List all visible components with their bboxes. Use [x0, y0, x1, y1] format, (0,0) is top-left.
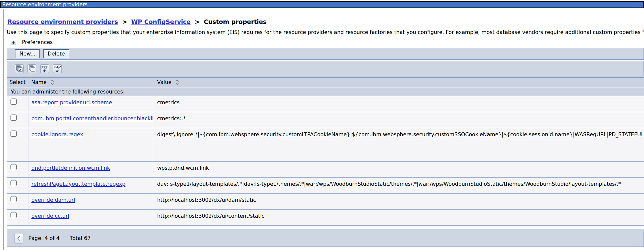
breadcrumb-separator: >	[122, 19, 127, 26]
row-checkbox[interactable]	[10, 164, 17, 170]
row-checkbox[interactable]	[10, 180, 17, 186]
column-header-value: Value	[153, 78, 644, 87]
property-value: dav:fs-type1/layout-templates/.*|dav:fs-…	[153, 178, 644, 193]
select-all-icon	[16, 65, 23, 72]
property-name-link[interactable]: dnd.portletdefinition.wcm.link	[32, 165, 110, 171]
table-row: override.dam.url http://localhost:3002/d…	[7, 194, 644, 210]
row-checkbox[interactable]	[10, 212, 17, 218]
property-value: digest\.ignore.*|${com.ibm.websphere.sec…	[153, 128, 644, 161]
clear-filter-icon	[54, 65, 61, 72]
property-name-link[interactable]: refreshPageLayout.template.regexp	[32, 181, 126, 187]
property-value: cmetrics:.*	[153, 112, 644, 128]
breadcrumb-link-wp-configservice[interactable]: WP ConfigService	[131, 19, 190, 26]
action-button-bar: New... Delete	[7, 48, 644, 60]
show-filter-button[interactable]	[40, 64, 49, 73]
name-cell: asa.report.provider.uri.scheme	[28, 96, 153, 112]
table-toolbar	[7, 61, 644, 76]
breadcrumb-current: Custom properties	[204, 19, 266, 26]
table-row: refreshPageLayout.template.regexp dav:fs…	[7, 178, 644, 194]
select-cell	[7, 162, 28, 177]
breadcrumb-separator: >	[195, 19, 200, 26]
select-cell	[7, 128, 28, 161]
select-all-button[interactable]	[15, 64, 24, 73]
select-cell	[7, 178, 28, 193]
select-cell	[7, 210, 28, 225]
sort-carets-icon[interactable]	[175, 79, 179, 85]
total-count: Total 67	[70, 235, 90, 241]
name-cell: com.ibm.portal.contenthandler.bouncer.bl…	[28, 112, 153, 128]
property-value: http://localhost:3002/dx/ui/content/stat…	[153, 210, 644, 225]
page-content: Resource environment providers > WP Conf…	[7, 18, 644, 247]
column-header-select: Select	[7, 78, 28, 87]
table-row: cookie.ignore.regex digest\.ignore.*|${c…	[7, 128, 644, 162]
table-caption: You can administer the following resourc…	[7, 87, 644, 96]
table-row: com.ibm.portal.contenthandler.bouncer.bl…	[7, 112, 644, 128]
table-header-row: Select Name Value	[7, 77, 644, 87]
column-header-name: Name	[28, 78, 153, 87]
table-row: dnd.portletdefinition.wcm.link wps.p.dnd…	[7, 162, 644, 178]
row-checkbox[interactable]	[10, 196, 17, 202]
row-checkbox[interactable]	[10, 114, 17, 121]
name-cell: cookie.ignore.regex	[28, 128, 153, 161]
name-cell: dnd.portletdefinition.wcm.link	[28, 162, 153, 177]
property-name-link[interactable]: override.cc.url	[32, 213, 69, 219]
page-description: Use this page to specify custom properti…	[7, 29, 644, 36]
table-row: asa.report.provider.uri.scheme cmetrics	[7, 96, 644, 112]
name-cell: override.cc.url	[28, 210, 153, 225]
expand-plus-icon[interactable]: +	[11, 40, 16, 45]
pagination-bar: Page: 4 of 4 Total 67	[7, 229, 644, 247]
name-cell: refreshPageLayout.template.regexp	[28, 178, 153, 193]
property-value: cmetrics	[153, 96, 644, 112]
breadcrumb: Resource environment providers > WP Conf…	[8, 18, 644, 26]
property-name-link[interactable]: cookie.ignore.regex	[32, 132, 83, 138]
new-button[interactable]: New...	[15, 49, 40, 58]
select-cell	[7, 194, 28, 209]
row-checkbox[interactable]	[10, 98, 17, 105]
column-header-value-label: Value	[157, 79, 172, 85]
clear-filter-button[interactable]	[53, 64, 62, 73]
breadcrumb-link-resource-environment-providers[interactable]: Resource environment providers	[8, 19, 118, 26]
page-indicator: Page: 4 of 4	[28, 235, 60, 241]
deselect-all-icon	[28, 65, 36, 72]
preferences-label: Preferences	[22, 39, 53, 45]
sort-carets-icon[interactable]	[50, 79, 54, 85]
name-cell: override.dam.url	[28, 194, 153, 209]
select-cell	[7, 96, 28, 112]
previous-page-icon	[17, 235, 21, 241]
portlet-title-bar: Resource environment providers	[0, 1, 644, 8]
show-filter-icon	[41, 65, 48, 72]
property-name-link[interactable]: asa.report.provider.uri.scheme	[32, 99, 112, 105]
custom-properties-table: Select Name Value You can administer the…	[7, 77, 644, 226]
property-name-link[interactable]: override.dam.url	[32, 197, 75, 203]
delete-button[interactable]: Delete	[43, 49, 69, 58]
previous-page-button[interactable]	[14, 233, 24, 244]
column-header-name-label: Name	[31, 79, 47, 85]
table-row: override.cc.url http://localhost:3002/dx…	[7, 210, 644, 226]
deselect-all-button[interactable]	[28, 64, 36, 73]
property-value: http://localhost:3002/dx/ui/dam/static	[153, 194, 644, 209]
select-cell	[7, 112, 28, 128]
row-checkbox[interactable]	[10, 131, 17, 137]
property-value: wps.p.dnd.wcm.link	[153, 162, 644, 177]
column-header-select-label: Select	[10, 79, 26, 85]
panel-left-border	[3, 9, 4, 250]
preferences-toggle[interactable]: + Preferences	[11, 39, 644, 46]
property-name-link[interactable]: com.ibm.portal.contenthandler.bouncer.bl…	[32, 115, 153, 121]
